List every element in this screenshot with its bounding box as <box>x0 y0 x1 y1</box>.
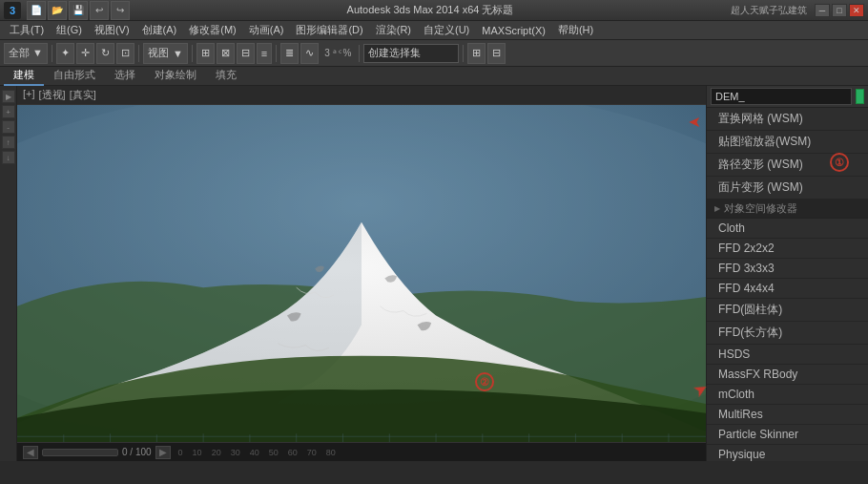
right-top-bar: ➤ <box>707 86 868 108</box>
menu-animation[interactable]: 动画(A) <box>243 22 290 38</box>
ribbon-sep-6 <box>463 45 464 62</box>
mod-ffd4x4x4[interactable]: FFD 4x4x4 <box>707 279 868 299</box>
tab-freeform[interactable]: 自由形式 <box>44 66 105 86</box>
move-btn[interactable]: ✛ <box>76 43 94 64</box>
menu-tools[interactable]: 工具(T) <box>4 22 50 38</box>
view-label: 视图 <box>148 46 169 60</box>
undo-btn[interactable]: ↩ <box>90 1 109 20</box>
mirror-x-btn[interactable]: ⊞ <box>467 43 486 64</box>
minimize-btn[interactable]: ─ <box>815 4 830 17</box>
graph-btn[interactable]: ∿ <box>300 43 319 64</box>
mod-particle-skinner[interactable]: Particle Skinner <box>707 425 868 445</box>
app-title: Autodesk 3ds Max 2014 x64 无标题 <box>130 3 731 17</box>
menu-maxscript[interactable]: MAXScript(X) <box>476 24 551 37</box>
viewport-label-plus[interactable]: [+] <box>23 88 35 102</box>
left-btn-3[interactable]: - <box>2 120 15 134</box>
rotate-btn[interactable]: ↻ <box>96 43 114 64</box>
menu-create[interactable]: 创建(A) <box>136 22 183 38</box>
window-controls: ─ □ ✕ <box>815 4 864 17</box>
tab-selection[interactable]: 选择 <box>105 66 145 86</box>
mod-ffd-box[interactable]: FFD(长方体) <box>707 322 868 345</box>
align-btn[interactable]: ≡ <box>257 43 272 64</box>
menu-view[interactable]: 视图(V) <box>89 22 135 38</box>
mod-physique[interactable]: Physique <box>707 445 868 461</box>
open-btn[interactable]: 📂 <box>48 1 67 20</box>
new-btn[interactable]: 📄 <box>27 1 46 20</box>
ribbon-sep-4 <box>276 45 277 62</box>
snap2d-btn[interactable]: ⊠ <box>217 43 235 64</box>
percent-label: 3 ᵃ ᶜ% <box>324 48 351 58</box>
mod-multires[interactable]: MultiRes <box>707 405 868 425</box>
dem-input[interactable] <box>711 88 852 105</box>
object-space-header: 对象空间修改器 <box>707 200 868 219</box>
layer-btn[interactable]: ≣ <box>280 43 299 64</box>
mod-hsds[interactable]: HSDS <box>707 345 868 365</box>
select-all-btn[interactable]: 全部 ▼ <box>4 43 48 64</box>
mod-ffd-cyl[interactable]: FFD(圆柱体) <box>707 299 868 322</box>
select-btn[interactable]: ✦ <box>56 43 74 64</box>
mod-massfx[interactable]: MassFX RBody <box>707 365 868 385</box>
ribbon-sep-3 <box>192 45 193 62</box>
viewport-area: [+] [透视] [真实] <box>17 86 706 461</box>
menubar: 工具(T) 组(G) 视图(V) 创建(A) 修改器(M) 动画(A) 图形编辑… <box>0 21 868 40</box>
menu-render[interactable]: 渲染(R) <box>370 22 417 38</box>
mod-ffd3x3x3[interactable]: FFD 3x3x3 <box>707 259 868 279</box>
annotation-2-label: ② <box>480 376 489 389</box>
left-btn-5[interactable]: ↓ <box>2 151 15 164</box>
menu-graph-editor[interactable]: 图形编辑器(D) <box>290 22 368 38</box>
mod-cloth[interactable]: Cloth <box>707 219 868 239</box>
mod-ffd2x2x2[interactable]: FFD 2x2x2 <box>707 239 868 259</box>
annotation-1-label: ① <box>835 157 844 169</box>
green-indicator <box>856 89 864 104</box>
main-area: ▶ + - ↑ ↓ [+] [透视] [真实] <box>0 86 868 461</box>
app-logo: 3 <box>4 2 21 19</box>
mirror-btn[interactable]: ⊟ <box>237 43 255 64</box>
view-dropdown[interactable]: 视图 ▼ <box>143 43 188 64</box>
mod-item-wsm2[interactable]: 贴图缩放器(WSM) <box>707 131 868 154</box>
tab-bar: 建模 自由形式 选择 对象绘制 填充 <box>0 67 868 86</box>
maximize-btn[interactable]: □ <box>832 4 847 17</box>
annotation-2: ② <box>475 372 494 391</box>
menu-help[interactable]: 帮助(H) <box>552 22 599 38</box>
progress-bar: 0 / 100 <box>42 447 152 457</box>
tab-object-paint[interactable]: 对象绘制 <box>145 66 206 86</box>
ruler: 01020304050607080 <box>178 448 700 457</box>
left-btn-4[interactable]: ↑ <box>2 136 15 149</box>
titlebar: 3 📄 📂 💾 ↩ ↪ Autodesk 3ds Max 2014 x64 无标… <box>0 0 868 21</box>
mod-mcloth[interactable]: mCloth <box>707 385 868 405</box>
ribbon-sep-1 <box>52 45 52 62</box>
left-panel: ▶ + - ↑ ↓ <box>0 86 17 461</box>
view-chevron: ▼ <box>173 48 183 59</box>
nav-controls: ◀ 0 / 100 ▶ <box>23 446 171 459</box>
scale-btn[interactable]: ⊡ <box>116 43 134 64</box>
ribbon-sep-5 <box>359 45 360 62</box>
right-panel: ➤ 置换网格 (WSM) 贴图缩放器(WSM) 路径变形 (WSM) 面片变形 … <box>706 86 868 461</box>
mod-item-wsm4[interactable]: 面片变形 (WSM) <box>707 177 868 200</box>
redo-btn[interactable]: ↪ <box>111 1 130 20</box>
menu-modifier[interactable]: 修改器(M) <box>183 22 242 38</box>
next-btn[interactable]: ▶ <box>155 446 171 459</box>
menu-customize[interactable]: 自定义(U) <box>418 22 475 38</box>
user-label: 超人天赋子弘建筑 <box>731 4 807 17</box>
left-btn-2[interactable]: + <box>2 105 15 118</box>
mod-item-wsm1[interactable]: 置换网格 (WSM) <box>707 108 868 131</box>
progress-track <box>42 449 118 456</box>
viewport-label-view[interactable]: [透视] <box>39 88 66 102</box>
left-btn-1[interactable]: ▶ <box>2 90 15 103</box>
tab-populate[interactable]: 填充 <box>206 66 246 86</box>
annotation-1: ① <box>830 153 849 172</box>
play-btn[interactable]: ◀ <box>23 446 38 459</box>
progress-text: 0 / 100 <box>122 447 152 457</box>
ribbon: 全部 ▼ ✦ ✛ ↻ ⊡ 视图 ▼ ⊞ ⊠ ⊟ ≡ ≣ ∿ 3 ᵃ ᶜ% ⊞ ⊟ <box>0 40 868 67</box>
viewport-scene[interactable]: ② <box>17 105 706 442</box>
tab-modeling[interactable]: 建模 <box>4 66 44 86</box>
snap-toggle[interactable]: ⊟ <box>487 43 506 64</box>
viewport-header: [+] [透视] [真实] <box>17 86 706 105</box>
snap-btn[interactable]: ⊞ <box>196 43 215 64</box>
viewport-label-render[interactable]: [真实] <box>70 88 96 102</box>
selection-input[interactable] <box>363 44 459 63</box>
save-btn[interactable]: 💾 <box>69 1 88 20</box>
menu-group[interactable]: 组(G) <box>51 22 88 38</box>
close-btn[interactable]: ✕ <box>849 4 864 17</box>
viewport-bottom: ◀ 0 / 100 ▶ 01020304050607080 <box>17 442 706 461</box>
